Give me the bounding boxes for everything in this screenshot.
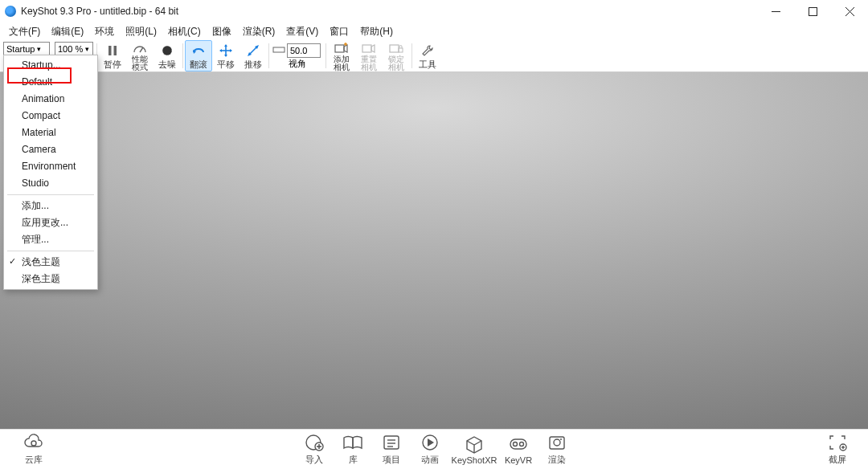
title-bar: KeyShot 9.3 Pro - untitled.bip - 64 bit	[0, 0, 868, 22]
import-button[interactable]: 导入	[295, 433, 334, 466]
screenshot-button[interactable]: 截屏	[818, 433, 857, 466]
pause-icon	[107, 43, 118, 58]
svg-point-44	[514, 442, 518, 446]
dropdown-item-light-theme[interactable]: 浅色主题	[4, 254, 97, 271]
dropdown-item-default[interactable]: Default	[4, 74, 97, 91]
dolly-icon	[247, 43, 260, 58]
dropdown-item-camera[interactable]: Camera	[4, 141, 97, 158]
wrench-icon	[421, 43, 434, 58]
dropdown-item-environment[interactable]: Environment	[4, 158, 97, 175]
dropdown-item-manage[interactable]: 管理...	[4, 231, 97, 248]
fullscreen-icon	[828, 433, 847, 452]
svg-rect-26	[390, 45, 399, 52]
tumble-button[interactable]: 翻滚	[185, 40, 212, 71]
dropdown-item-material[interactable]: Material	[4, 124, 97, 141]
play-circle-icon	[421, 433, 439, 452]
library-button[interactable]: 库	[334, 433, 372, 466]
menu-camera[interactable]: 相机(C)	[162, 23, 207, 40]
app-logo-icon	[5, 6, 16, 17]
zoom-combo-value: 100 %	[58, 44, 83, 54]
menu-image[interactable]: 图像	[207, 23, 237, 40]
cloud-library-button[interactable]: 云库	[14, 433, 53, 466]
vr-headset-icon	[509, 434, 528, 454]
dropdown-item-add[interactable]: 添加...	[4, 198, 97, 214]
keyshotxr-button[interactable]: KeyShotXR	[449, 434, 499, 465]
import-icon	[305, 433, 324, 452]
bottom-bar: 云库 导入 库 项目 动画 KeyShotXR KeyVR	[0, 429, 868, 469]
menu-lighting[interactable]: 照明(L)	[120, 23, 162, 40]
dolly-button[interactable]: 推移	[240, 40, 267, 71]
svg-line-41	[474, 441, 481, 445]
minimize-button[interactable]	[757, 0, 794, 22]
chevron-down-icon: ▾	[37, 45, 41, 53]
svg-marker-15	[230, 49, 232, 52]
svg-rect-5	[114, 46, 117, 55]
svg-rect-20	[335, 45, 344, 52]
camera-lock-icon	[389, 42, 403, 55]
svg-marker-38	[428, 438, 434, 447]
svg-marker-12	[224, 44, 227, 47]
denoise-icon	[161, 43, 174, 58]
cloud-icon	[23, 433, 44, 452]
svg-rect-24	[362, 45, 371, 52]
menu-bar: 文件(F) 编辑(E) 环境 照明(L) 相机(C) 图像 渲染(R) 查看(V…	[0, 22, 868, 40]
dropdown-item-dark-theme[interactable]: 深色主题	[4, 271, 97, 288]
dropdown-separator	[7, 251, 94, 251]
dropdown-item-compact[interactable]: Compact	[4, 108, 97, 124]
denoise-button[interactable]: 去噪	[154, 40, 181, 71]
performance-mode-button[interactable]: 性能 模式	[126, 40, 154, 71]
pan-icon	[219, 43, 232, 58]
list-icon	[383, 433, 400, 452]
menu-edit[interactable]: 编辑(E)	[46, 23, 89, 40]
render-icon	[548, 433, 566, 452]
workspace-dropdown: Startup... Default Animation Compact Mat…	[3, 55, 98, 290]
svg-rect-4	[108, 46, 112, 55]
svg-line-40	[467, 441, 474, 445]
reset-camera-button[interactable]: 重置 相机	[355, 40, 383, 71]
menu-file[interactable]: 文件(F)	[3, 23, 46, 40]
add-camera-button[interactable]: 添加 相机	[328, 40, 355, 71]
pan-button[interactable]: 平移	[212, 40, 240, 71]
dropdown-item-startup[interactable]: Startup...	[4, 57, 97, 74]
dropdown-separator	[7, 194, 94, 195]
pause-button[interactable]: 暂停	[99, 40, 126, 71]
svg-marker-13	[224, 55, 227, 57]
fov-label: 视角	[289, 58, 306, 70]
tumble-icon	[191, 43, 206, 58]
window-title: KeyShot 9.3 Pro - untitled.bip - 64 bit	[21, 6, 178, 17]
menu-window[interactable]: 窗口	[324, 23, 354, 40]
project-button[interactable]: 项目	[372, 433, 411, 466]
svg-point-28	[31, 441, 36, 446]
workspace-combo-value: Startup	[6, 44, 35, 54]
fov-field[interactable]: 50.0	[287, 43, 321, 58]
svg-point-45	[520, 442, 524, 446]
keyvr-button[interactable]: KeyVR	[499, 434, 538, 465]
menu-env[interactable]: 环境	[89, 23, 120, 40]
svg-point-48	[560, 438, 562, 440]
dropdown-item-studio[interactable]: Studio	[4, 175, 97, 192]
dropdown-item-animation[interactable]: Animation	[4, 91, 97, 108]
menu-view[interactable]: 查看(V)	[280, 23, 324, 40]
svg-rect-19	[273, 47, 285, 52]
svg-marker-21	[344, 45, 347, 52]
close-button[interactable]	[831, 0, 868, 22]
animation-button[interactable]: 动画	[411, 433, 449, 466]
chevron-down-icon: ▾	[85, 45, 89, 53]
camera-reset-icon	[362, 42, 376, 55]
cube-icon	[465, 434, 483, 454]
book-icon	[342, 433, 363, 452]
menu-render[interactable]: 渲染(R)	[237, 23, 281, 40]
svg-line-6	[140, 47, 143, 52]
maximize-button[interactable]	[794, 0, 831, 22]
camera-plus-icon	[334, 42, 349, 55]
svg-rect-27	[399, 48, 403, 52]
lock-camera-button[interactable]: 锁定 相机	[383, 40, 410, 71]
gauge-icon	[133, 42, 147, 55]
dropdown-item-apply[interactable]: 应用更改...	[4, 214, 97, 231]
fov-icon	[272, 45, 285, 55]
tools-button[interactable]: 工具	[414, 40, 441, 71]
render-button[interactable]: 渲染	[538, 433, 576, 466]
menu-help[interactable]: 帮助(H)	[354, 23, 399, 40]
svg-rect-46	[550, 437, 564, 449]
render-viewport[interactable]	[0, 72, 868, 429]
